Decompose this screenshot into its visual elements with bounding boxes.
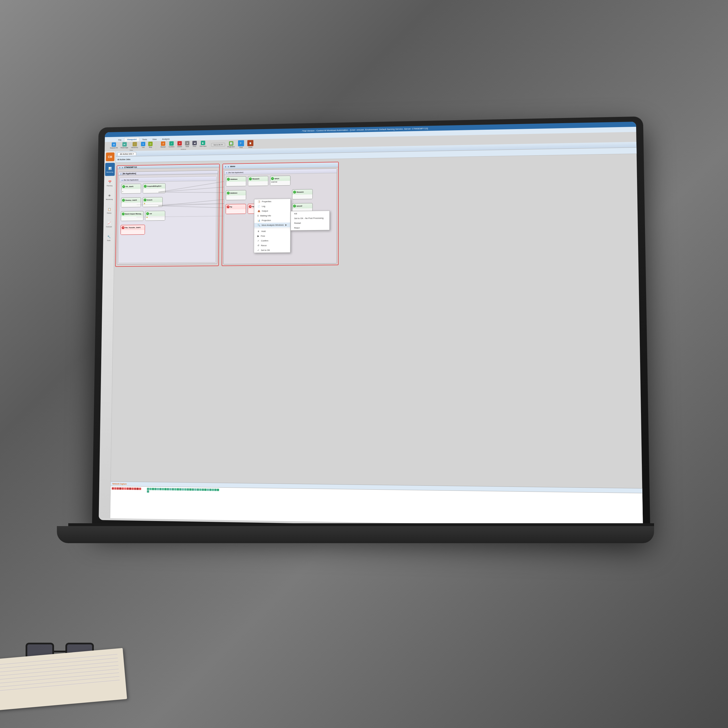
demo-sub-expand[interactable]: ▲ (226, 172, 228, 173)
btn-projection[interactable]: 📊 Projection (226, 141, 236, 148)
btn-hierarchy[interactable]: ⋮ Hierarchy (130, 141, 139, 149)
monitoring2-label: Monitoring (106, 199, 113, 200)
btn-delete[interactable]: ✕ Delete (176, 141, 183, 148)
job-node-filewatch2[interactable]: ✓ filewatch (292, 189, 313, 199)
app-group-no-app: ▲ [No Application] ▲ [No Sub Application… (117, 170, 218, 265)
context-menu-set-to-ok[interactable]: ✓ Set to OK (254, 248, 290, 253)
submenu-react[interactable]: React (291, 225, 330, 230)
sidebar-item-monitoring2[interactable]: 👁 Monitoring (104, 190, 114, 203)
job-node-acquirebilling[interactable]: ✓ AcquireBillingSLA (143, 183, 165, 193)
set-to-ok-label: Set to OK ▼ (214, 144, 223, 145)
no-app-expand[interactable]: ▲ (120, 173, 122, 174)
job-node-database2[interactable]: ✓ database (226, 190, 246, 200)
sidebar-item-monitoring[interactable]: 📊 Monitoring (105, 163, 115, 176)
projection-label: Projection (228, 146, 235, 148)
btn-confirm[interactable]: ✓ Confirm (168, 141, 176, 148)
sidebar-item-tools[interactable]: 🔧 Tools (104, 231, 114, 245)
sub-app-expand[interactable]: ▲ (121, 179, 123, 181)
sidebar-item-forecast[interactable]: 📈 Forecast (104, 217, 114, 231)
btn-list[interactable]: ≡ List (140, 141, 147, 149)
job-node-filewatch1[interactable]: ✓ filewatch (248, 176, 268, 186)
submenu-kill[interactable]: Kill (291, 211, 330, 216)
server-expand-icon2[interactable]: ▲ (121, 166, 124, 168)
tab-analysis[interactable]: Analysis (159, 137, 172, 141)
job-node-database1[interactable]: ✓ database (226, 176, 246, 187)
context-menu-output[interactable]: 📤 Output (254, 208, 291, 213)
job-node-os-job1[interactable]: ✓ OS_Job#1 d (121, 184, 141, 194)
demo-expand-icon[interactable]: ▲ (225, 165, 226, 168)
file-transfer-name: File_Transfer_Job#1 (125, 226, 141, 228)
list-label: List (142, 147, 144, 148)
sidebar-item-history[interactable]: 📋 History (104, 203, 114, 217)
tab-viewpoint[interactable]: Viewpoint (124, 138, 139, 142)
branch-body: 🔒 (143, 202, 162, 207)
demo-expand-icon2[interactable]: ▲ (228, 165, 229, 168)
context-menu-confirm[interactable]: ✓ Confirm (254, 238, 290, 243)
context-menu-properties[interactable]: 📋 Properties (254, 199, 291, 204)
submenu-restart[interactable]: Restart (291, 220, 330, 225)
demo-sub-label: [No Sub Application] (228, 171, 243, 173)
list-icon: ≡ (141, 142, 145, 147)
sidebar-item-planning[interactable]: 📅 Planning (105, 176, 115, 190)
btn-find[interactable]: 🔍 Find (237, 140, 245, 149)
server-expand-icon[interactable]: ▲ (119, 166, 121, 168)
batch-body (121, 216, 143, 221)
ftp2-status: ✕ (249, 205, 252, 208)
panel-tab-label: All Active Info × (120, 153, 134, 155)
sub-app-group: ▲ [No Sub Application] ✓ OS_Job#1 (118, 176, 217, 263)
job-node-opsys1[interactable]: ✓ opsys scrpt1.bat (270, 176, 291, 186)
monitoring-label: Monitoring (106, 171, 113, 173)
submenu-set-to-ok-no-post[interactable]: Set to OK - No Post Processing (291, 216, 330, 221)
batch-status: ✓ (122, 213, 125, 216)
btn-map[interactable]: ⊡ Map (147, 141, 154, 148)
screen-bezel: - Trial Version - Control-M Workload Aut… (99, 122, 643, 529)
sub-app-header: ▲ [No Sub Application] (120, 176, 216, 182)
job-node-branch[interactable]: ✓ branch 🔒 (142, 197, 163, 207)
tab-view[interactable]: View (150, 138, 159, 141)
job-node-ftp1[interactable]: ✕ ftp (225, 204, 246, 214)
tab-tools[interactable]: Tools (140, 138, 150, 141)
more-analysis-label: More Analysis Windows (262, 224, 283, 226)
context-menu-waiting-info[interactable]: ℹ Waiting Info (254, 213, 291, 218)
toolbar-label: 40 Active Jobs (118, 158, 130, 161)
prev-icon: ◀ (193, 141, 197, 145)
app-logo: CM (106, 153, 115, 161)
context-menu-free[interactable]: ▶ Free (254, 234, 291, 239)
monitoring2-icon: 👁 (107, 193, 112, 198)
filewatch2-name: filewatch (297, 191, 304, 193)
database1-name: database (230, 178, 237, 180)
hierarchy-label: Hierarchy (131, 147, 138, 148)
job-node-dummy-job3[interactable]: ✓ Dummy_Job#3 (121, 197, 141, 208)
os-job1-status: ✓ (122, 185, 125, 188)
btn-restart[interactable]: ↺ Restart (159, 141, 167, 148)
context-menu-more-analysis[interactable]: 🔍 More Analysis Windows ▶ (254, 222, 291, 228)
btn-rearrange[interactable]: ⇄ Rearrange (119, 142, 129, 149)
job-node-batch-impact[interactable]: ✓ Batch Impact Manag... (121, 211, 144, 221)
btn-run-now[interactable]: ▶ Run Now (199, 140, 208, 148)
job-node-cat[interactable]: ✓ cat 🔒 (145, 211, 165, 221)
context-menu-rerun[interactable]: ↺ Rerun (254, 243, 290, 248)
btn-set-to-ok[interactable]: Set to OK ▼ (211, 142, 225, 147)
panel-tab[interactable]: All Active Info × (118, 152, 136, 156)
btn-expand-all[interactable]: ⊞ Expand All (109, 142, 119, 149)
server-name-ctmsemfy13: CTMSEMFY13 (124, 166, 137, 168)
database2-body (226, 195, 246, 200)
server-group-ctmsemfy13-header: ▲ ▲ CTMSEMFY13 (117, 164, 219, 170)
context-menu-log[interactable]: 📄 Log (254, 203, 291, 209)
context-menu-hold[interactable]: ⏸ Hold (254, 229, 291, 234)
btn-hold[interactable]: ⏸ Hold (184, 141, 191, 148)
waiting-info-label: Waiting Info (260, 214, 271, 217)
rerun-icon: ↺ (257, 244, 259, 247)
context-menu-projection[interactable]: 📊 Projection (254, 218, 291, 223)
btn-order[interactable]: 📋 Order (246, 139, 254, 148)
restart-label: Restart (161, 146, 165, 148)
btn-prev[interactable]: ◀ Prev (191, 140, 198, 148)
database1-body (226, 181, 246, 187)
hold-menu-icon: ⏸ (257, 230, 260, 232)
tab-file[interactable]: File (115, 138, 124, 142)
app-layout: CM 📊 Monitoring 📅 Planning 👁 Monitoring (99, 142, 643, 527)
job-node-file-transfer[interactable]: ✕ File_Transfer_Job#1 (121, 225, 145, 235)
filewatch2-status: ✓ (293, 191, 296, 194)
ribbon-group-actions: ↺ Restart ✓ Confirm ✕ Delete ⏸ (157, 140, 210, 150)
delete-label: Delete (177, 145, 182, 147)
